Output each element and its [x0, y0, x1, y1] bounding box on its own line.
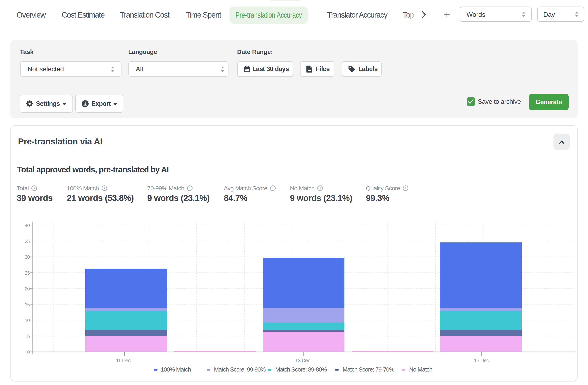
svg-text:13 Dec: 13 Dec [295, 358, 310, 363]
svg-text:0: 0 [27, 350, 30, 355]
svg-text:No Match: No Match [409, 366, 432, 373]
svg-text:Match Score: 89-80%: Match Score: 89-80% [275, 366, 327, 373]
svg-text:15: 15 [25, 302, 30, 307]
svg-text:40: 40 [25, 223, 30, 228]
svg-text:25: 25 [25, 270, 30, 276]
svg-text:15 Dec: 15 Dec [474, 358, 489, 363]
svg-text:5: 5 [27, 334, 30, 339]
svg-text:100% Match: 100% Match [161, 366, 191, 373]
svg-text:Match Score: 99-90%: Match Score: 99-90% [214, 366, 266, 373]
svg-text:11 Dec: 11 Dec [116, 358, 131, 363]
svg-text:35: 35 [25, 239, 30, 244]
svg-text:30: 30 [25, 255, 30, 260]
svg-text:20: 20 [25, 286, 30, 291]
svg-text:10: 10 [25, 318, 30, 323]
svg-text:Match Score: 79-70%: Match Score: 79-70% [343, 366, 394, 373]
